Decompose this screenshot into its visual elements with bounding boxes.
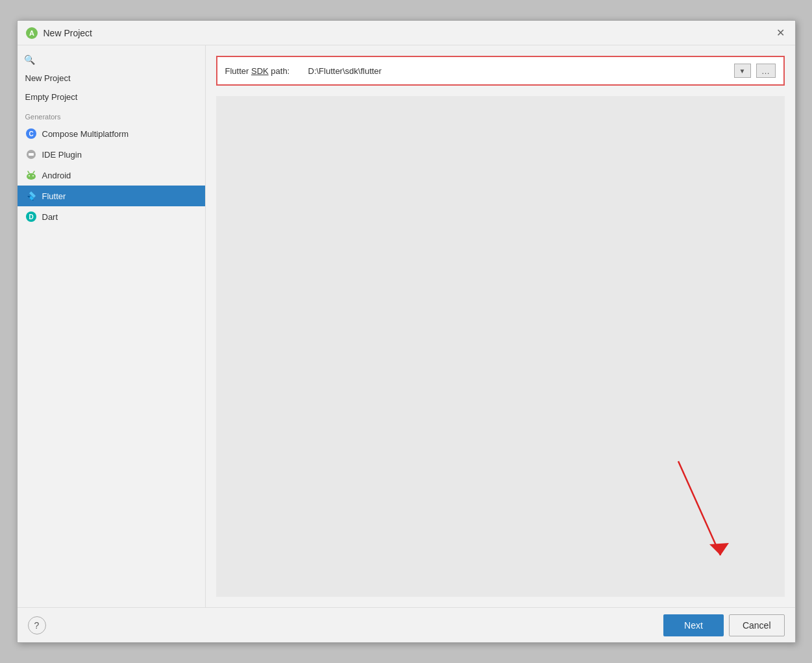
footer: ? Next Cancel [18, 607, 795, 642]
svg-line-10 [28, 171, 29, 173]
next-button[interactable]: Next [663, 614, 724, 636]
sidebar-item-label: Compose Multiplatform [42, 129, 129, 139]
sdk-dropdown-button[interactable]: ▼ [734, 64, 751, 78]
sdk-browse-button[interactable]: … [756, 64, 776, 78]
help-button[interactable]: ? [28, 616, 46, 634]
generators-label: Generators [18, 106, 205, 123]
search-icon: 🔍 [24, 54, 35, 65]
svg-text:A: A [29, 29, 34, 37]
footer-buttons: Next Cancel [663, 614, 784, 636]
cancel-button[interactable]: Cancel [729, 614, 785, 636]
ide-plugin-icon [25, 149, 37, 160]
flutter-icon [25, 190, 37, 202]
android-icon [25, 169, 37, 181]
sidebar-item-dart[interactable]: D Dart [18, 206, 205, 227]
sidebar-item-flutter[interactable]: Flutter [18, 186, 205, 206]
dart-icon: D [25, 211, 37, 223]
content-area: 🔍 New Project Empty Project Generators C [18, 45, 795, 607]
dialog-title: New Project [43, 28, 92, 38]
svg-text:C: C [29, 130, 33, 138]
search-input[interactable] [39, 55, 199, 65]
svg-line-11 [33, 171, 34, 173]
new-project-dialog: A New Project ✕ 🔍 New Project Empty Proj… [17, 20, 796, 643]
svg-point-8 [29, 175, 30, 176]
sidebar-item-android[interactable]: Android [18, 165, 205, 186]
sidebar-item-label: Android [42, 171, 71, 180]
title-bar: A New Project ✕ [18, 21, 795, 45]
svg-point-9 [32, 175, 34, 176]
sidebar-item-compose[interactable]: C Compose Multiplatform [18, 123, 205, 144]
sidebar-item-label: New Project [25, 73, 71, 83]
compose-icon: C [25, 128, 37, 139]
svg-rect-5 [29, 153, 34, 156]
sidebar-item-label: IDE Plugin [42, 150, 82, 160]
sidebar-item-label: Dart [42, 212, 58, 222]
sidebar: 🔍 New Project Empty Project Generators C [18, 45, 206, 607]
sdk-path-label: Flutter SDK path: [225, 66, 303, 76]
main-content-empty [216, 96, 785, 597]
sidebar-item-ide-plugin[interactable]: IDE Plugin [18, 144, 205, 165]
sidebar-item-new-project[interactable]: New Project [18, 69, 205, 88]
title-bar-left: A New Project [25, 27, 92, 40]
sidebar-item-empty-project[interactable]: Empty Project [18, 88, 205, 106]
sdk-path-input[interactable] [308, 66, 729, 76]
sdk-path-section: Flutter SDK path: ▼ … [216, 56, 785, 86]
close-button[interactable]: ✕ [774, 27, 787, 40]
main-panel: Flutter SDK path: ▼ … [206, 45, 795, 607]
sdk-underline: SDK [251, 66, 269, 76]
svg-text:D: D [29, 213, 33, 221]
sidebar-item-label: Empty Project [25, 92, 78, 102]
sidebar-item-label: Flutter [42, 191, 66, 201]
android-studio-icon: A [25, 27, 38, 40]
search-area: 🔍 [18, 51, 205, 69]
